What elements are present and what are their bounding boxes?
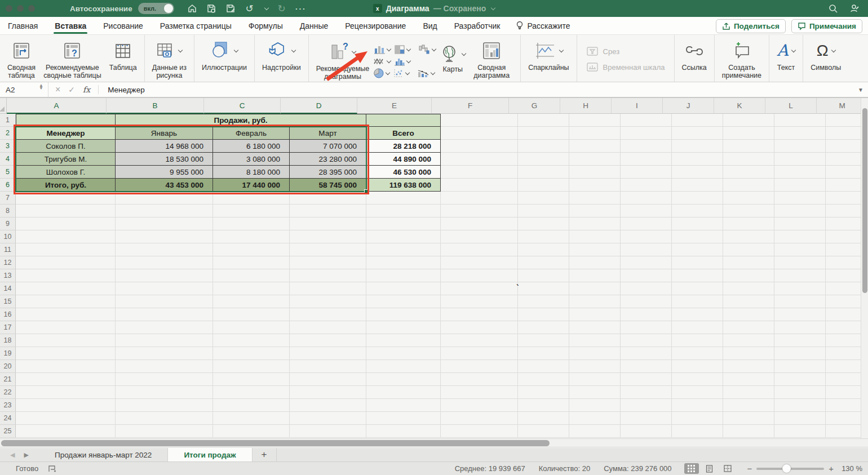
cell-F10[interactable] — [441, 230, 518, 243]
cell-J7[interactable] — [672, 192, 723, 205]
ribbon-tab-6[interactable]: Рецензирование — [344, 18, 407, 33]
cell-C12[interactable] — [213, 256, 290, 269]
cell-J17[interactable] — [672, 321, 723, 334]
cell-B3[interactable]: 14 968 000 — [116, 140, 213, 153]
column-header-A[interactable]: A — [7, 98, 107, 114]
cell-D12[interactable] — [290, 256, 366, 269]
cell-A13[interactable] — [16, 269, 116, 282]
cell-D21[interactable] — [290, 373, 366, 386]
column-header-B[interactable]: B — [107, 98, 204, 114]
cell-G16[interactable] — [518, 308, 569, 321]
cell-J19[interactable] — [672, 347, 723, 360]
tell-me-button[interactable]: Расскажите — [516, 21, 570, 30]
cell-B20[interactable] — [116, 360, 213, 373]
cell-J9[interactable] — [672, 217, 723, 230]
cell-D2[interactable]: Март — [290, 127, 366, 140]
fill-handle[interactable] — [364, 189, 368, 193]
cell-G18[interactable] — [518, 334, 569, 347]
cell-K21[interactable] — [723, 373, 774, 386]
recommended-pivots-button[interactable]: ? Рекомендуемые сводные таблицы — [39, 39, 105, 80]
next-sheet-icon[interactable]: ▶ — [24, 451, 28, 459]
cell-D16[interactable] — [290, 308, 366, 321]
cell-B16[interactable] — [116, 308, 213, 321]
cell-F12[interactable] — [441, 256, 518, 269]
cell-B11[interactable] — [116, 243, 213, 256]
cell-D8[interactable] — [290, 205, 366, 217]
scatter-chart-chevron-icon[interactable] — [405, 70, 410, 75]
cell-F25[interactable] — [441, 425, 518, 438]
cell-B8[interactable] — [116, 205, 213, 217]
cell-B9[interactable] — [116, 217, 213, 230]
cell-A14[interactable] — [16, 282, 116, 295]
spreadsheet-grid[interactable]: ABCDEFGHIJKLM1Продажи, руб.2МенеджерЯнва… — [0, 98, 868, 449]
cell-K2[interactable] — [723, 127, 774, 140]
row-header-8[interactable]: 8 — [0, 205, 16, 217]
cell-C25[interactable] — [213, 425, 290, 438]
cell-G9[interactable] — [518, 217, 569, 230]
cell-I20[interactable] — [621, 360, 672, 373]
cell-E22[interactable] — [366, 386, 441, 399]
ribbon-tab-1[interactable]: Вставка — [54, 18, 87, 33]
cell-K23[interactable] — [723, 399, 774, 412]
cell-G22[interactable] — [518, 386, 569, 399]
cell-L1[interactable] — [774, 114, 826, 127]
cell-I23[interactable] — [621, 399, 672, 412]
cell-B25[interactable] — [116, 425, 213, 438]
cell-L21[interactable] — [774, 373, 826, 386]
symbols-button[interactable]: Ω Символы — [807, 39, 845, 72]
row-header-13[interactable]: 13 — [0, 269, 16, 282]
cell-J18[interactable] — [672, 334, 723, 347]
cell-J2[interactable] — [672, 127, 723, 140]
cell-L14[interactable] — [774, 282, 826, 295]
cell-B22[interactable] — [116, 386, 213, 399]
cell-D17[interactable] — [290, 321, 366, 334]
cell-H9[interactable] — [569, 217, 621, 230]
cell-F8[interactable] — [441, 205, 518, 217]
cell-B13[interactable] — [116, 269, 213, 282]
cell-E16[interactable] — [366, 308, 441, 321]
cell-H2[interactable] — [569, 127, 621, 140]
cell-H25[interactable] — [569, 425, 621, 438]
vertical-scrollbar[interactable] — [861, 98, 868, 438]
cell-G24[interactable] — [518, 412, 569, 425]
cell-L7[interactable] — [774, 192, 826, 205]
link-button[interactable]: Ссылка — [678, 39, 711, 72]
cell-H23[interactable] — [569, 399, 621, 412]
row-header-24[interactable]: 24 — [0, 412, 16, 425]
cell-I8[interactable] — [621, 205, 672, 217]
cell-A15[interactable] — [16, 295, 116, 308]
cell-H13[interactable] — [569, 269, 621, 282]
cell-E9[interactable] — [366, 217, 441, 230]
cell-I16[interactable] — [621, 308, 672, 321]
row-header-9[interactable]: 9 — [0, 217, 16, 230]
minimize-window-button[interactable] — [17, 5, 24, 12]
cell-A10[interactable] — [16, 230, 116, 243]
cell-J25[interactable] — [672, 425, 723, 438]
ribbon-tab-3[interactable]: Разметка страницы — [159, 18, 233, 33]
confirm-formula-icon[interactable]: ✓ — [68, 85, 75, 94]
cell-G15[interactable] — [518, 295, 569, 308]
cancel-formula-icon[interactable]: × — [55, 85, 60, 95]
cell-H19[interactable] — [569, 347, 621, 360]
keyboard-shortcuts-icon[interactable] — [47, 464, 57, 473]
cell-K7[interactable] — [723, 192, 774, 205]
cell-D6[interactable]: 58 745 000 — [290, 179, 366, 192]
row-header-20[interactable]: 20 — [0, 360, 16, 373]
home-icon[interactable] — [187, 3, 198, 14]
row-header-11[interactable]: 11 — [0, 243, 16, 256]
column-header-K[interactable]: K — [714, 98, 765, 114]
column-header-J[interactable]: J — [663, 98, 714, 114]
cell-L4[interactable] — [774, 153, 826, 166]
cell-J3[interactable] — [672, 140, 723, 153]
cell-D25[interactable] — [290, 425, 366, 438]
cell-B18[interactable] — [116, 334, 213, 347]
cell-L25[interactable] — [774, 425, 826, 438]
cell-H21[interactable] — [569, 373, 621, 386]
cell-J4[interactable] — [672, 153, 723, 166]
autosave-toggle[interactable]: вкл. — [138, 3, 174, 14]
cell-C5[interactable]: 8 180 000 — [213, 166, 290, 179]
cell-H4[interactable] — [569, 153, 621, 166]
cell-G8[interactable] — [518, 205, 569, 217]
search-icon[interactable] — [827, 3, 839, 14]
cell-D14[interactable] — [290, 282, 366, 295]
